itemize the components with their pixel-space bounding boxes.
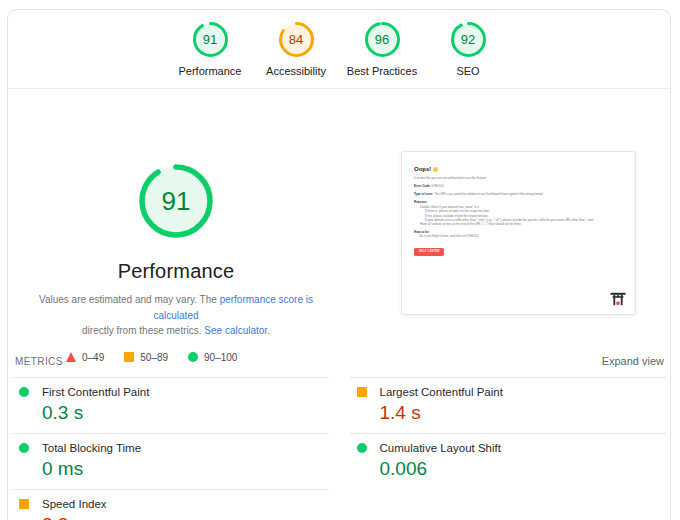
see-calculator-link[interactable]: See calculator. <box>204 325 270 336</box>
category-gauge-row: 91 Performance 84 Accessibility <box>8 10 670 89</box>
fix-line: How to fix: Go to our Help Center, and c… <box>414 230 623 238</box>
performance-main-score: 91 <box>136 161 216 241</box>
gauge-best-practices[interactable]: 96 Best Practices <box>339 21 425 88</box>
performance-block: 91 Performance Values are estimated and … <box>8 89 344 363</box>
metric-speed-index: Speed Index 2.3 s <box>12 489 329 520</box>
pass-circle-icon <box>19 443 29 453</box>
error-type-text: The URLs you aimed to validate in our Da… <box>434 192 543 196</box>
pass-circle-icon <box>188 352 198 362</box>
gauge-accessibility[interactable]: 84 Accessibility <box>253 21 339 88</box>
page-screenshot-thumbnail: Oops! It seems like you are not authoriz… <box>401 151 636 315</box>
thumbnail-error-heading: Oops! <box>414 166 623 172</box>
pass-range-label: 90–100 <box>204 352 237 363</box>
expand-view-link[interactable]: Expand view <box>602 355 664 367</box>
metric-value: 0 ms <box>42 458 329 480</box>
description-text-1: Values are estimated and may vary. The <box>39 294 220 305</box>
performance-score: 91 <box>192 21 229 58</box>
accessibility-gauge-label: Accessibility <box>266 65 326 77</box>
metrics-section: METRICS Expand view First Contentful Pai… <box>8 348 670 520</box>
average-square-icon <box>19 499 29 509</box>
performance-main-gauge: 91 <box>136 161 216 241</box>
error-code-line: Error Code: DSH-501 <box>414 184 623 188</box>
error-code-value: DSH-501 <box>432 184 444 188</box>
performance-section: 91 Performance Values are estimated and … <box>8 89 670 348</box>
metric-name: Cumulative Layout Shift <box>380 442 501 454</box>
legend-average-range: 50–89 <box>124 352 168 363</box>
best-practices-gauge-label: Best Practices <box>347 65 417 77</box>
error-heading-text: Oops! <box>414 166 431 172</box>
torii-gate-logo <box>610 292 626 306</box>
error-type-label: Type of error: <box>414 192 434 196</box>
metric-name: Largest Contentful Paint <box>380 386 503 398</box>
seo-gauge-ring: 92 <box>450 21 487 58</box>
report-card: 91 Performance 84 Accessibility <box>7 9 671 520</box>
metric-value: 0.006 <box>380 458 667 480</box>
metric-cumulative-layout-shift: Cumulative Layout Shift 0.006 <box>350 433 667 489</box>
reasons-list: Double-check if your domain has "www" in… <box>420 205 623 226</box>
metrics-column-right: Largest Contentful Paint 1.4 s Cumulativ… <box>350 377 667 520</box>
reason-item: Have all cookies or bios at the end of t… <box>420 222 623 226</box>
metric-total-blocking-time: Total Blocking Time 0 ms <box>12 433 329 489</box>
metric-value: 0.3 s <box>42 402 329 424</box>
gauge-seo[interactable]: 92 SEO <box>425 21 511 88</box>
performance-gauge-ring: 91 <box>192 21 229 58</box>
fail-triangle-icon <box>66 352 76 362</box>
help-center-button: HELP CENTER <box>414 248 444 256</box>
emoji-icon <box>433 167 438 172</box>
metric-name: Total Blocking Time <box>42 442 141 454</box>
metric-name: Speed Index <box>42 498 107 510</box>
score-scale-legend: 0–49 50–89 90–100 <box>66 352 344 363</box>
metric-name: First Contentful Paint <box>42 386 149 398</box>
reasons-label: Reasons: <box>414 200 623 204</box>
error-type-line: Type of error: The URLs you aimed to val… <box>414 192 623 196</box>
fix-text: Go to our Help Center, and click on DSH-… <box>419 234 479 238</box>
average-range-label: 50–89 <box>140 352 168 363</box>
performance-section-title: Performance <box>8 260 344 283</box>
metric-first-contentful-paint: First Contentful Paint 0.3 s <box>12 377 329 433</box>
pass-circle-icon <box>19 387 29 397</box>
seo-gauge-label: SEO <box>456 65 479 77</box>
metric-value: 2.3 s <box>42 514 329 520</box>
fail-range-label: 0–49 <box>82 352 104 363</box>
accessibility-gauge-ring: 84 <box>278 21 315 58</box>
legend-fail-range: 0–49 <box>66 352 104 363</box>
error-code-label: Error Code: <box>414 184 432 188</box>
description-text-2: directly from these metrics. <box>82 325 204 336</box>
average-square-icon <box>357 387 367 397</box>
error-intro-line: It seems like you are not authorized to … <box>414 176 623 180</box>
performance-description: Values are estimated and may vary. The p… <box>17 292 335 339</box>
best-practices-score: 96 <box>364 21 401 58</box>
pagespeed-report-page: 91 Performance 84 Accessibility <box>0 0 680 520</box>
seo-score: 92 <box>450 21 487 58</box>
accessibility-score: 84 <box>278 21 315 58</box>
metric-value: 1.4 s <box>380 402 667 424</box>
metrics-column-left: First Contentful Paint 0.3 s Total Block… <box>12 377 329 520</box>
best-practices-gauge-ring: 96 <box>364 21 401 58</box>
gauge-performance[interactable]: 91 Performance <box>167 21 253 88</box>
legend-pass-range: 90–100 <box>188 352 237 363</box>
metrics-grid: First Contentful Paint 0.3 s Total Block… <box>12 377 666 520</box>
metric-largest-contentful-paint: Largest Contentful Paint 1.4 s <box>350 377 667 433</box>
pass-circle-icon <box>357 443 367 453</box>
performance-gauge-label: Performance <box>179 65 242 77</box>
average-square-icon <box>124 352 134 362</box>
